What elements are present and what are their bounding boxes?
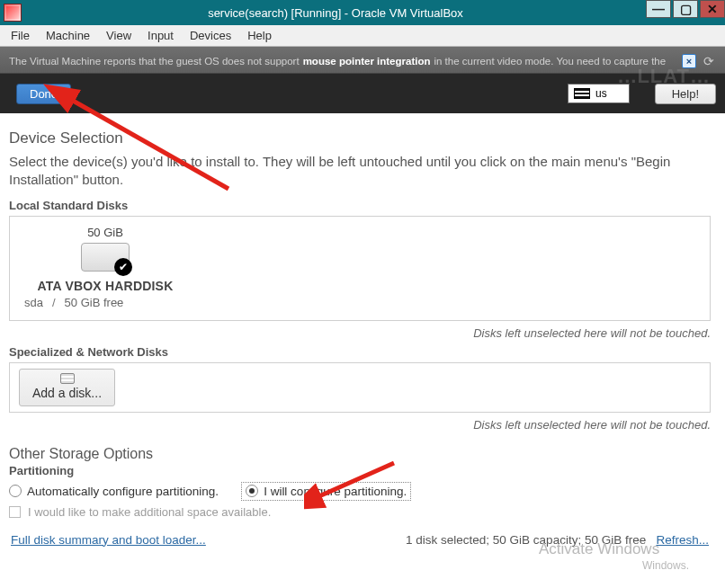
- device-selection-desc: Select the device(s) you'd like to insta…: [9, 153, 711, 190]
- infobar-text-bold: mouse pointer integration: [303, 56, 431, 67]
- radio-auto-label: Automatically configure partitioning.: [27, 485, 219, 498]
- specialized-disks-title: Specialized & Network Disks: [9, 345, 711, 359]
- help-button[interactable]: Help!: [655, 84, 716, 104]
- partitioning-row: Automatically configure partitioning. I …: [9, 483, 711, 500]
- local-disks-title: Local Standard Disks: [9, 199, 711, 212]
- virtualbox-logo-icon: [4, 4, 22, 22]
- maximize-button[interactable]: ▢: [673, 0, 698, 18]
- disk-sep: /: [52, 296, 56, 309]
- other-storage-title: Other Storage Options: [9, 446, 711, 462]
- done-button[interactable]: Done: [16, 84, 71, 104]
- installer-body: Device Selection Select the device(s) yo…: [0, 113, 725, 552]
- disk-summary-link[interactable]: Full disk summary and boot loader...: [11, 533, 206, 547]
- radio-manual-partition[interactable]: I will configure partitioning.: [242, 483, 410, 500]
- disk-free: 50 GiB free: [65, 296, 124, 309]
- infobar-text-pre: The Virtual Machine reports that the gue…: [9, 56, 300, 67]
- menu-input[interactable]: Input: [148, 29, 174, 42]
- status-prefix: 1 disk selected;: [406, 533, 493, 547]
- radio-icon: [9, 485, 22, 497]
- check-icon: ✔: [114, 258, 132, 276]
- specialized-disks-note: Disks left unselected here will not be t…: [9, 418, 711, 432]
- menu-devices[interactable]: Devices: [190, 29, 231, 42]
- radio-icon: [246, 485, 258, 497]
- status-free: 50 GiB free: [585, 533, 646, 547]
- window-title: service(search) [Running] - Oracle VM Vi…: [25, 6, 646, 20]
- footer: Full disk summary and boot loader... 1 d…: [9, 533, 711, 547]
- disk-size: 50 GiB: [24, 226, 186, 239]
- installer-header: Done us Help!: [0, 74, 725, 113]
- additional-space-row[interactable]: I would like to make additional space av…: [9, 505, 711, 519]
- specialized-disks-panel: Add a disk...: [9, 362, 711, 413]
- add-disk-icon: [60, 373, 75, 384]
- additional-space-label: I would like to make additional space av…: [28, 505, 271, 519]
- status-text: 1 disk selected; 50 GiB capacity; 50 GiB…: [406, 533, 709, 547]
- radio-manual-label: I will configure partitioning.: [264, 485, 407, 498]
- add-disk-button[interactable]: Add a disk...: [19, 369, 115, 406]
- menu-view[interactable]: View: [106, 29, 131, 42]
- infobar-toggle-icon[interactable]: ⟳: [702, 54, 716, 68]
- local-disks-note: Disks left unselected here will not be t…: [9, 326, 711, 340]
- menu-file[interactable]: File: [11, 29, 30, 42]
- disk-device: sda: [24, 296, 43, 309]
- close-button[interactable]: ✕: [700, 0, 725, 18]
- radio-auto-partition[interactable]: Automatically configure partitioning.: [9, 485, 219, 498]
- virtualbox-menubar: File Machine View Input Devices Help: [0, 25, 725, 47]
- virtualbox-titlebar: service(search) [Running] - Oracle VM Vi…: [0, 0, 725, 25]
- mouse-integration-infobar: The Virtual Machine reports that the gue…: [0, 47, 725, 74]
- infobar-text-post: in the current video mode. You need to c…: [434, 56, 666, 67]
- menu-machine[interactable]: Machine: [46, 29, 90, 42]
- disk-card[interactable]: 50 GiB ✔ ATA VBOX HARDDISK sda / 50 GiB …: [24, 226, 186, 309]
- device-selection-title: Device Selection: [9, 129, 711, 147]
- partitioning-title: Partitioning: [9, 464, 711, 477]
- refresh-link[interactable]: Refresh...: [656, 533, 709, 547]
- menu-help[interactable]: Help: [247, 29, 272, 42]
- keyboard-language-selector[interactable]: us: [568, 84, 630, 103]
- hdd-icon: ✔: [81, 243, 130, 272]
- add-disk-label: Add a disk...: [32, 386, 102, 400]
- infobar-close-icon[interactable]: ×: [682, 54, 696, 68]
- window-controls: — ▢ ✕: [646, 0, 725, 25]
- checkbox-icon: [9, 506, 21, 518]
- status-capacity: 50 GiB capacity;: [493, 533, 585, 547]
- disk-name: ATA VBOX HARDDISK: [24, 279, 186, 293]
- minimize-button[interactable]: —: [646, 0, 671, 18]
- keyboard-language-label: us: [595, 87, 607, 100]
- local-disks-panel: 50 GiB ✔ ATA VBOX HARDDISK sda / 50 GiB …: [9, 216, 711, 321]
- watermark-line2: Windows.: [642, 559, 689, 572]
- keyboard-icon: [574, 88, 590, 99]
